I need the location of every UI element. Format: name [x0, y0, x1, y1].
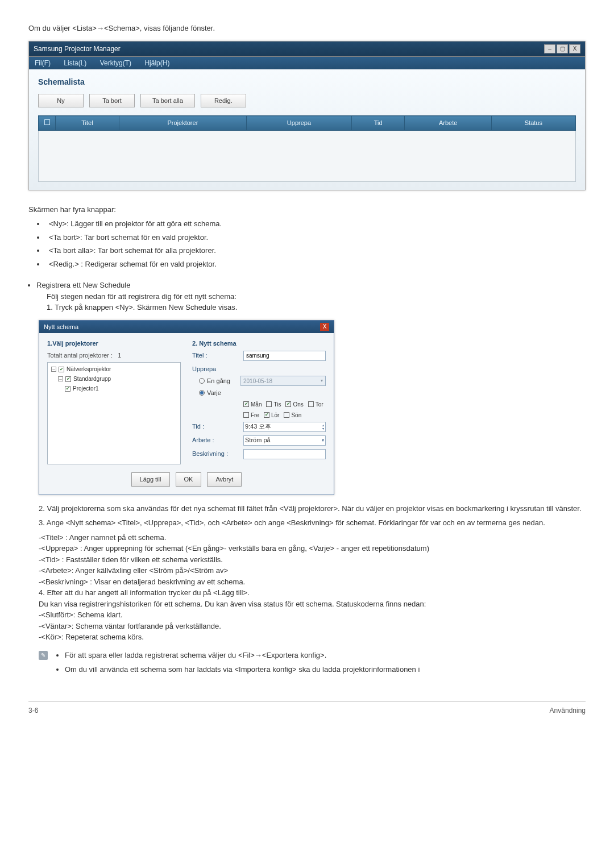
step-1: 1. Tryck på knappen <Ny>. Skärmen New Sc…: [47, 302, 586, 313]
footer-left: 3-6: [28, 705, 38, 716]
maximize-button[interactable]: ▢: [557, 44, 568, 53]
checkbox-thu[interactable]: [308, 401, 314, 407]
def-desc: -<Beskrivning> : Visar en detaljerad bes…: [39, 576, 586, 588]
tree-label: Projector1: [73, 384, 99, 393]
radio-once-label: En gång: [207, 376, 230, 386]
col-check[interactable]: [39, 116, 56, 131]
tree-row[interactable]: – ✔ Nätverksprojektor: [51, 365, 177, 373]
close-button[interactable]: X: [569, 44, 580, 53]
intro-text: Om du väljer <Lista>→<Schema>, visas föl…: [28, 23, 586, 34]
page-footer: 3-6 Användning: [28, 701, 586, 716]
menubar: Fil(F) Lista(L) Verktyg(T) Hjälp(H): [29, 57, 585, 69]
total-projectors: Totalt antal projektorer : 1: [47, 351, 181, 360]
tree-label: Standardgrupp: [73, 375, 111, 383]
time-spinner[interactable]: 9:43 오후 ▴▾: [243, 422, 326, 432]
note-icon: ✎: [39, 651, 48, 660]
menu-help[interactable]: Hjälp(H): [139, 58, 175, 68]
chevron-down-icon: ▾: [322, 437, 324, 444]
pane: Schemalista Ny Ta bort Ta bort alla Redi…: [29, 69, 585, 190]
tree-row[interactable]: – ✔ Standardgrupp: [58, 375, 177, 383]
tree-label: Nätverksprojektor: [67, 365, 111, 373]
list-item: <Redig.> : Redigerar schemat för en vald…: [45, 259, 586, 270]
dialog-close-button[interactable]: X: [320, 323, 329, 331]
checkbox-tue[interactable]: [266, 401, 272, 407]
col-projectors[interactable]: Projektorer: [119, 116, 246, 131]
checkbox-icon[interactable]: ✔: [65, 376, 71, 382]
checkbox-fri[interactable]: [243, 412, 249, 418]
register-heading: Registrera ett New Schedule: [36, 281, 130, 289]
col-status[interactable]: Status: [491, 116, 575, 131]
app-screenshot-1: Samsung Projector Manager – ▢ X Fil(F) L…: [28, 41, 586, 190]
work-value: Ström på: [245, 435, 271, 445]
def-time: -<Tid> : Fastställer tiden för vilken et…: [39, 554, 586, 566]
step-2: 2. Välj projektorerna som ska användas f…: [39, 503, 586, 514]
list-item: <Ta bort alla>: Tar bort schemat för all…: [45, 245, 586, 256]
menu-file[interactable]: Fil(F): [29, 58, 56, 68]
work-label: Arbete :: [192, 435, 238, 445]
edit-button[interactable]: Redig.: [201, 94, 246, 108]
checkbox-icon[interactable]: ✔: [59, 367, 64, 372]
radio-each[interactable]: [199, 390, 205, 396]
dialog-title-text: Nytt schema: [44, 322, 78, 332]
add-button[interactable]: Lägg till: [131, 472, 170, 487]
desc-input[interactable]: [243, 449, 326, 459]
radio-once[interactable]: [199, 378, 205, 384]
col-repeat[interactable]: Upprepa: [246, 116, 351, 131]
schedule-table: Titel Projektorer Upprepa Tid Arbete Sta…: [38, 115, 576, 131]
dialog-footer: Lägg till OK Avbryt: [39, 467, 334, 495]
status-run: -<Kör>: Repeterat schema körs.: [39, 632, 586, 643]
note-box: ✎ För att spara eller ladda registrerat …: [39, 650, 586, 679]
list-item: <Ta bort>: Tar bort schemat för en vald …: [45, 232, 586, 243]
def-title: -<Titel> : Anger namnet på ett schema.: [39, 532, 586, 543]
delete-button[interactable]: Ta bort: [89, 94, 135, 108]
def-work: -<Arbete>: Anger källväxling eller <Strö…: [39, 565, 586, 576]
new-button[interactable]: Ny: [38, 94, 84, 108]
col-title[interactable]: Titel: [56, 116, 119, 131]
checkbox-sun[interactable]: [284, 412, 289, 418]
weekday-row-2: Fre ✔Lör Sön: [243, 411, 326, 420]
col2-heading: 2. Nytt schema: [192, 339, 326, 348]
toolbar: Ny Ta bort Ta bort alla Redig.: [38, 94, 576, 108]
repeat-label: Upprepa: [192, 364, 326, 374]
checkbox-icon[interactable]: ✔: [65, 386, 70, 392]
minimize-button[interactable]: –: [544, 44, 555, 53]
step-3: 3. Ange <Nytt schema> <Titel>, <Upprepa>…: [39, 517, 586, 529]
title-label: Titel :: [192, 351, 238, 360]
cancel-button[interactable]: Avbryt: [207, 472, 242, 487]
desc-label: Beskrivning :: [192, 449, 238, 459]
checkbox-sat[interactable]: ✔: [264, 412, 269, 418]
register-section: Registrera ett New Schedule Följ stegen …: [28, 280, 586, 313]
list-item: <Ny>: Lägger till en projektor för att g…: [45, 218, 586, 230]
step-4b: Du kan visa registreringshistoriken för …: [39, 599, 586, 610]
register-intro: Följ stegen nedan för att registrera dig…: [47, 291, 586, 302]
title-input[interactable]: [243, 351, 326, 361]
delete-all-button[interactable]: Ta bort alla: [140, 94, 195, 108]
checkbox-mon[interactable]: ✔: [243, 401, 249, 407]
radio-each-label: Varje: [207, 388, 221, 398]
note-item: Om du vill använda ett schema som har la…: [65, 664, 420, 675]
tree-row[interactable]: ✔ Projector1: [65, 384, 177, 393]
spinner-buttons[interactable]: ▴▾: [322, 423, 324, 430]
expander-icon[interactable]: –: [51, 367, 56, 372]
status-done: -<Slutfört>: Schema klart.: [39, 609, 586, 621]
expander-icon[interactable]: –: [58, 376, 63, 381]
menu-list[interactable]: Lista(L): [58, 58, 92, 68]
menu-tools[interactable]: Verktyg(T): [94, 58, 137, 68]
step-4a: 4. Efter att du har angett all informati…: [39, 587, 586, 599]
window-controls: – ▢ X: [544, 44, 580, 53]
time-value: 9:43 오후: [245, 422, 271, 431]
dialog-titlebar: Nytt schema X: [39, 321, 334, 334]
window-title: Samsung Projector Manager: [34, 44, 121, 54]
pane-title: Schemalista: [38, 76, 576, 88]
work-select[interactable]: Ström på ▾: [243, 435, 326, 446]
window-titlebar: Samsung Projector Manager – ▢ X: [29, 41, 585, 57]
time-label: Tid :: [192, 422, 238, 431]
checkbox-wed[interactable]: ✔: [285, 401, 291, 407]
table-body-empty: [38, 131, 576, 182]
chevron-down-icon: ▾: [321, 377, 323, 384]
projector-tree[interactable]: – ✔ Nätverksprojektor – ✔ Standardgrupp …: [47, 362, 181, 464]
ok-button[interactable]: OK: [176, 472, 202, 487]
col-time[interactable]: Tid: [352, 116, 405, 131]
col-work[interactable]: Arbete: [405, 116, 491, 131]
weekday-row: ✔Mån Tis ✔Ons Tor: [243, 400, 326, 409]
